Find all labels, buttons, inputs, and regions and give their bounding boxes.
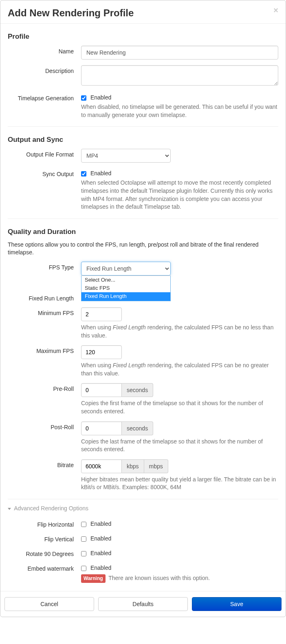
rotate-checkbox[interactable] <box>81 551 86 556</box>
row-description: Description <box>8 65 278 87</box>
label-flip-v: Flip Vertical <box>8 534 81 543</box>
timelapse-enabled-text: Enabled <box>90 94 111 101</box>
row-sync: Sync Output Enabled When selected Octola… <box>8 168 278 211</box>
row-output-format: Output File Format MP4 <box>8 149 278 163</box>
fps-type-select[interactable]: Fixed Run Length <box>81 262 171 276</box>
preroll-help: Copies the first frame of the timelapse … <box>81 399 278 415</box>
label-fps-type: FPS Type <box>8 262 81 271</box>
watermark-checkbox[interactable] <box>81 566 86 571</box>
quality-heading: Quality and Duration <box>8 228 278 236</box>
bitrate-unit-kbps[interactable]: kbps <box>122 459 144 473</box>
close-icon[interactable]: × <box>273 6 278 14</box>
postroll-input[interactable] <box>81 421 122 435</box>
advanced-heading: Advanced Rendering Options <box>14 505 88 512</box>
row-watermark: Embed watermark Enabled Warning There ar… <box>8 563 278 583</box>
fps-type-option[interactable]: Static FPS <box>81 284 170 292</box>
postroll-unit: seconds <box>122 421 153 435</box>
section-advanced: Flip Horizontal Enabled Flip Vertical <box>8 519 278 583</box>
max-fps-help: When using Fixed Length rendering, the c… <box>81 362 278 377</box>
modal-dialog: Add New Rendering Profile × Profile Name… <box>0 0 286 617</box>
label-flip-h: Flip Horizontal <box>8 519 81 528</box>
label-name: Name <box>8 46 81 55</box>
section-output: Output and Sync Output File Format MP4 S… <box>8 127 278 211</box>
timelapse-help: When disabled, no timelapse will be gene… <box>81 103 278 119</box>
row-name: Name <box>8 46 278 60</box>
bitrate-unit-mbps[interactable]: mbps <box>144 459 168 473</box>
min-fps-help: When using Fixed Length rendering, the c… <box>81 324 278 340</box>
row-flip-h: Flip Horizontal Enabled <box>8 519 278 528</box>
row-flip-v: Flip Vertical Enabled <box>8 534 278 543</box>
row-max-fps: Maximum FPS When using Fixed Length rend… <box>8 345 278 377</box>
quality-desc: These options allow you to control the F… <box>8 241 278 257</box>
label-timelapse: Timelapse Generation <box>8 93 81 101</box>
name-input[interactable] <box>81 46 278 60</box>
row-min-fps: Minimum FPS When using Fixed Length rend… <box>8 307 278 340</box>
label-bitrate: Bitrate <box>8 459 81 468</box>
postroll-help: Copies the last frame of the timelapse s… <box>81 438 278 454</box>
row-timelapse: Timelapse Generation Enabled When disabl… <box>8 93 278 119</box>
label-fixed-run: Fixed Run Length <box>8 293 81 302</box>
watermark-warning: Warning There are known issues with this… <box>81 574 278 583</box>
description-input[interactable] <box>81 65 278 86</box>
label-output-format: Output File Format <box>8 149 81 158</box>
output-heading: Output and Sync <box>8 136 278 144</box>
label-sync: Sync Output <box>8 168 81 177</box>
warning-text: There are known issues with this option. <box>108 575 210 581</box>
timelapse-checkbox-label[interactable]: Enabled <box>81 94 111 101</box>
label-description: Description <box>8 65 81 74</box>
fps-type-option[interactable]: Fixed Run Length <box>81 292 170 300</box>
advanced-toggle[interactable]: Advanced Rendering Options <box>8 499 278 519</box>
label-postroll: Post-Roll <box>8 421 81 430</box>
label-max-fps: Maximum FPS <box>8 345 81 354</box>
section-quality: Quality and Duration These options allow… <box>8 219 278 492</box>
watermark-checkbox-label[interactable]: Enabled <box>81 565 111 571</box>
rotate-checkbox-label[interactable]: Enabled <box>81 550 111 556</box>
sync-checkbox-label[interactable]: Enabled <box>81 170 111 176</box>
flip-h-checkbox[interactable] <box>81 522 86 527</box>
bitrate-help: Higher bitrates mean better quality but … <box>81 476 278 492</box>
caret-down-icon <box>8 508 11 510</box>
max-fps-input[interactable] <box>81 345 122 359</box>
save-button[interactable]: Save <box>192 597 282 611</box>
fps-type-option[interactable]: Select One... <box>81 276 170 284</box>
row-postroll: Post-Roll seconds Copies the last frame … <box>8 421 278 454</box>
warning-badge: Warning <box>81 574 106 583</box>
row-bitrate: Bitrate kbps mbps Higher bitrates mean b… <box>8 459 278 492</box>
min-fps-input[interactable] <box>81 307 122 321</box>
row-preroll: Pre-Roll seconds Copies the first frame … <box>8 383 278 415</box>
row-fps-type: FPS Type Fixed Run Length Select One... … <box>8 262 278 276</box>
label-min-fps: Minimum FPS <box>8 307 81 316</box>
modal-body: Profile Name Description Timelapse Gener… <box>0 24 286 582</box>
modal-footer: Cancel Defaults Save <box>0 591 286 617</box>
cancel-button[interactable]: Cancel <box>4 597 94 611</box>
flip-v-checkbox[interactable] <box>81 536 86 542</box>
flip-h-checkbox-label[interactable]: Enabled <box>81 520 111 527</box>
flip-v-checkbox-label[interactable]: Enabled <box>81 535 111 542</box>
label-watermark: Embed watermark <box>8 563 81 572</box>
preroll-unit: seconds <box>122 383 153 397</box>
section-profile: Profile Name Description Timelapse Gener… <box>8 24 278 119</box>
output-format-select[interactable]: MP4 <box>81 149 171 163</box>
modal-title: Add New Rendering Profile <box>8 7 278 19</box>
defaults-button[interactable]: Defaults <box>98 597 188 611</box>
preroll-input[interactable] <box>81 383 122 397</box>
row-rotate: Rotate 90 Degrees Enabled <box>8 548 278 557</box>
fps-type-dropdown: Select One... Static FPS Fixed Run Lengt… <box>81 276 171 301</box>
sync-enabled-text: Enabled <box>90 170 111 176</box>
bitrate-input[interactable] <box>81 459 122 473</box>
sync-checkbox[interactable] <box>81 171 86 176</box>
sync-help: When selected Octolapse will attempt to … <box>81 179 278 211</box>
timelapse-checkbox[interactable] <box>81 95 86 101</box>
modal-header: Add New Rendering Profile × <box>0 0 286 24</box>
profile-heading: Profile <box>8 33 278 41</box>
label-preroll: Pre-Roll <box>8 383 81 392</box>
label-rotate: Rotate 90 Degrees <box>8 548 81 557</box>
